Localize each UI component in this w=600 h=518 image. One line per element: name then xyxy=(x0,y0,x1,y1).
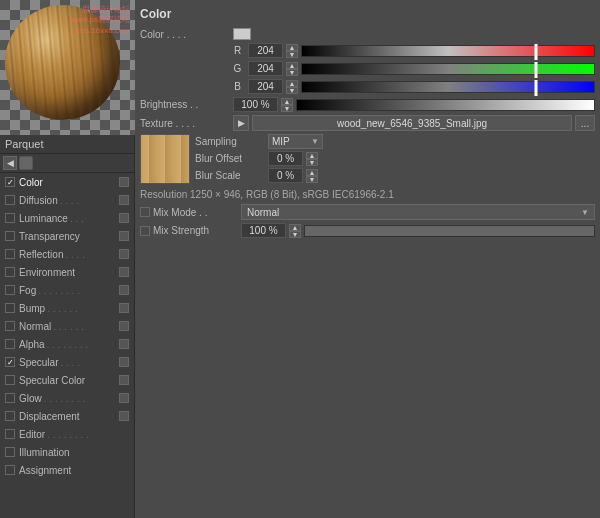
channel-item-luminance[interactable]: Luminance . . . xyxy=(0,209,134,227)
channel-checkbox-assignment[interactable] xyxy=(5,465,15,475)
channel-checkbox-displacement[interactable] xyxy=(5,411,15,421)
channel-dot-button[interactable] xyxy=(119,357,129,367)
blur-offset-input[interactable] xyxy=(268,151,303,166)
blur-scale-input[interactable] xyxy=(268,168,303,183)
channel-dot-button[interactable] xyxy=(119,195,129,205)
b-color-bar[interactable] xyxy=(301,81,595,93)
blur-scale-down-arrow[interactable]: ▼ xyxy=(306,176,318,183)
texture-play-button[interactable]: ▶ xyxy=(233,115,249,131)
blur-offset-up-arrow[interactable]: ▲ xyxy=(306,152,318,159)
r-down-arrow[interactable]: ▼ xyxy=(286,51,298,58)
g-color-bar[interactable] xyxy=(301,63,595,75)
channel-item-glow[interactable]: Glow . . . . . . . . xyxy=(0,389,134,407)
channel-item-editor[interactable]: Editor . . . . . . . . xyxy=(0,425,134,443)
channel-item-environment[interactable]: Environment xyxy=(0,263,134,281)
channel-label: Specular Color xyxy=(19,375,85,386)
r-color-bar[interactable] xyxy=(301,45,595,57)
right-panel: Color Color . . . . R ▲ ▼ G ▲ ▼ xyxy=(135,0,600,518)
channel-checkbox-color[interactable]: ✓ xyxy=(5,177,15,187)
channel-item-color[interactable]: ✓Color xyxy=(0,173,134,191)
channel-checkbox-environment[interactable] xyxy=(5,267,15,277)
channel-dot-button[interactable] xyxy=(119,249,129,259)
g-down-arrow[interactable]: ▼ xyxy=(286,69,298,76)
channel-checkbox-diffusion[interactable] xyxy=(5,195,15,205)
mix-strength-down-arrow[interactable]: ▼ xyxy=(289,231,301,238)
main-container: 思源设计论坛 www.ps教程论坛 bbs.16xx6.com Parquet … xyxy=(0,0,600,518)
brightness-value-input[interactable] xyxy=(233,97,278,112)
channel-dot-button[interactable] xyxy=(119,267,129,277)
blur-scale-row: Blur Scale ▲ ▼ xyxy=(195,168,595,183)
brightness-down-arrow[interactable]: ▼ xyxy=(281,105,293,112)
brightness-up-arrow[interactable]: ▲ xyxy=(281,98,293,105)
b-down-arrow[interactable]: ▼ xyxy=(286,87,298,94)
b-up-arrow[interactable]: ▲ xyxy=(286,80,298,87)
brightness-bar[interactable] xyxy=(296,99,595,111)
channel-checkbox-bump[interactable] xyxy=(5,303,15,313)
mix-mode-dropdown[interactable]: Normal ▼ xyxy=(241,204,595,220)
channel-item-transparency[interactable]: Transparency xyxy=(0,227,134,245)
channel-checkbox-specular-color[interactable] xyxy=(5,375,15,385)
nav-prev-button[interactable]: ◀ xyxy=(3,156,17,170)
texture-settings: Sampling MIP ▼ Blur Offset ▲ ▼ xyxy=(195,134,595,184)
mix-strength-input[interactable] xyxy=(241,223,286,238)
channel-dot-button[interactable] xyxy=(119,339,129,349)
sampling-row: Sampling MIP ▼ xyxy=(195,134,595,149)
material-nav: ◀ xyxy=(0,154,134,173)
channel-label: Normal xyxy=(19,321,51,332)
channel-checkbox-editor[interactable] xyxy=(5,429,15,439)
channel-item-diffusion[interactable]: Diffusion . . . . xyxy=(0,191,134,209)
channel-item-assignment[interactable]: Assignment xyxy=(0,461,134,479)
channel-item-bump[interactable]: Bump . . . . . . xyxy=(0,299,134,317)
color-swatch[interactable] xyxy=(233,28,251,40)
mix-strength-bar[interactable] xyxy=(304,225,595,237)
channel-dot-button[interactable] xyxy=(119,285,129,295)
brightness-row: Brightness . . ▲ ▼ xyxy=(140,97,595,112)
channel-dot-button[interactable] xyxy=(119,177,129,187)
channel-dot-button[interactable] xyxy=(119,303,129,313)
r-value-input[interactable] xyxy=(248,43,283,58)
mix-mode-checkbox[interactable] xyxy=(140,207,150,217)
channel-item-alpha[interactable]: Alpha . . . . . . . . xyxy=(0,335,134,353)
b-value-input[interactable] xyxy=(248,79,283,94)
blur-offset-down-arrow[interactable]: ▼ xyxy=(306,159,318,166)
texture-more-button[interactable]: ... xyxy=(575,115,595,131)
channel-dot-button[interactable] xyxy=(119,231,129,241)
sampling-dropdown[interactable]: MIP ▼ xyxy=(268,134,323,149)
g-label: G xyxy=(230,63,245,74)
channel-checkbox-normal[interactable] xyxy=(5,321,15,331)
channel-item-displacement[interactable]: Displacement xyxy=(0,407,134,425)
channel-item-reflection[interactable]: Reflection . . . . xyxy=(0,245,134,263)
blur-scale-up-arrow[interactable]: ▲ xyxy=(306,169,318,176)
channel-dot-button[interactable] xyxy=(119,375,129,385)
channel-item-specular[interactable]: ✓Specular . . . . xyxy=(0,353,134,371)
channel-dot-button[interactable] xyxy=(119,393,129,403)
channel-checkbox-fog[interactable] xyxy=(5,285,15,295)
channel-dot-button[interactable] xyxy=(119,321,129,331)
channel-label: Bump xyxy=(19,303,45,314)
channel-item-normal[interactable]: Normal . . . . . . xyxy=(0,317,134,335)
r-up-arrow[interactable]: ▲ xyxy=(286,44,298,51)
nav-dot-button[interactable] xyxy=(19,156,33,170)
channel-label: Transparency xyxy=(19,231,80,242)
channel-dot-button[interactable] xyxy=(119,411,129,421)
channel-label: Glow xyxy=(19,393,42,404)
channel-checkbox-glow[interactable] xyxy=(5,393,15,403)
channel-checkbox-illumination[interactable] xyxy=(5,447,15,457)
channel-checkbox-luminance[interactable] xyxy=(5,213,15,223)
channel-checkbox-specular[interactable]: ✓ xyxy=(5,357,15,367)
channel-checkbox-reflection[interactable] xyxy=(5,249,15,259)
channel-dots: . . . xyxy=(70,213,119,224)
channel-item-specular-color[interactable]: Specular Color xyxy=(0,371,134,389)
g-value-input[interactable] xyxy=(248,61,283,76)
g-up-arrow[interactable]: ▲ xyxy=(286,62,298,69)
channel-checkbox-alpha[interactable] xyxy=(5,339,15,349)
channel-item-fog[interactable]: Fog . . . . . . . . xyxy=(0,281,134,299)
texture-filename-button[interactable]: wood_new_6546_9385_Small.jpg xyxy=(252,115,572,131)
channel-label: Luminance xyxy=(19,213,68,224)
mix-strength-up-arrow[interactable]: ▲ xyxy=(289,224,301,231)
channel-checkbox-transparency[interactable] xyxy=(5,231,15,241)
channel-label: Environment xyxy=(19,267,75,278)
channel-item-illumination[interactable]: Illumination xyxy=(0,443,134,461)
mix-strength-checkbox[interactable] xyxy=(140,226,150,236)
channel-dot-button[interactable] xyxy=(119,213,129,223)
